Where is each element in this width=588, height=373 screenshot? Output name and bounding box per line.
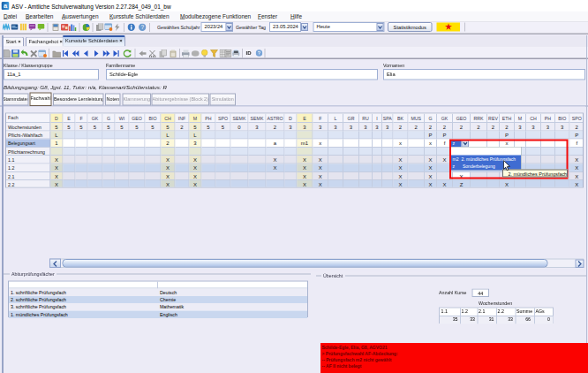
svg-text:?: ? <box>140 24 144 30</box>
